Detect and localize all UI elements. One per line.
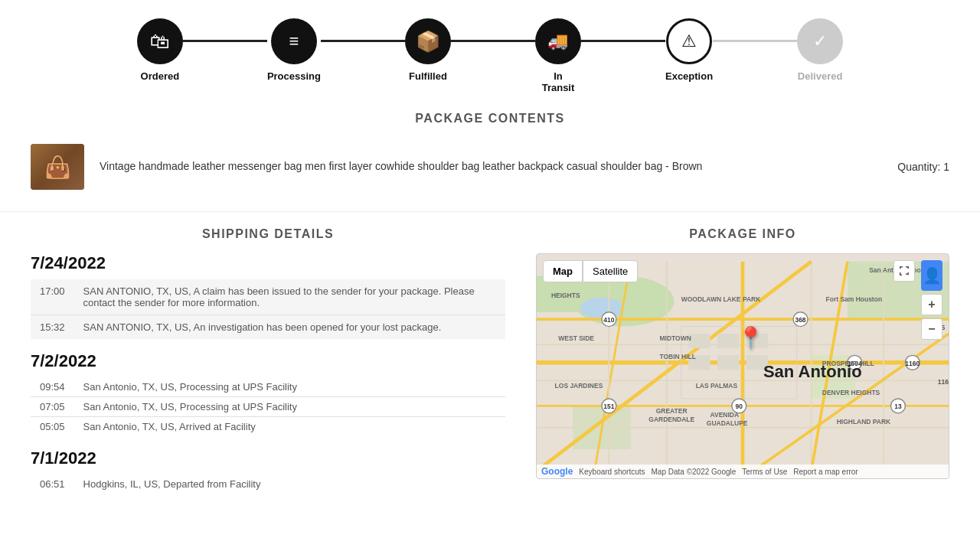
svg-text:HEIGHTS: HEIGHTS <box>551 292 580 299</box>
package-quantity: Quantity: 1 <box>897 161 949 173</box>
map-controls: 👤 + − <box>921 260 942 340</box>
map-data: Map Data ©2022 Google <box>652 468 737 476</box>
in-transit-label: InTransit <box>542 70 575 93</box>
package-contents-section: PACKAGE CONTENTS Vintage handmade leathe… <box>0 112 980 212</box>
step-in-transit: 🚚 InTransit <box>535 18 581 93</box>
connector-5 <box>713 40 797 42</box>
processing-label: Processing <box>267 70 321 82</box>
map-background: 410 368 1604 90 151 13 1160 HEIGHTS WEST… <box>537 254 949 478</box>
exception-icon: ⚠ <box>666 18 712 64</box>
event-row: 06:51 Hodgkins, IL, US, Departed from Fa… <box>31 474 505 494</box>
delivered-label: Delivered <box>798 70 843 82</box>
svg-text:13: 13 <box>894 403 902 410</box>
quantity-label: Quantity: <box>897 161 940 173</box>
svg-text:HIGHLAND PARK: HIGHLAND PARK <box>837 418 891 425</box>
exception-label: Exception <box>665 70 713 82</box>
package-info-title: PACKAGE INFO <box>536 227 949 241</box>
events-table-3: 06:51 Hodgkins, IL, US, Departed from Fa… <box>31 474 505 494</box>
date-group-3: 7/1/2022 06:51 Hodgkins, IL, US, Departe… <box>31 448 505 494</box>
map-city-label: San Antonio <box>763 362 862 382</box>
event-time: 17:00 <box>31 279 74 315</box>
connector-1 <box>183 40 267 42</box>
event-time: 09:54 <box>31 377 74 397</box>
event-description: Hodgkins, IL, US, Departed from Facility <box>74 474 505 494</box>
svg-text:MIDTOWN: MIDTOWN <box>659 334 691 342</box>
ordered-icon: 🛍 <box>137 18 183 64</box>
google-logo: Google <box>541 466 573 477</box>
terms-of-use[interactable]: Terms of Use <box>742 468 787 476</box>
svg-text:AVENIDA: AVENIDA <box>710 411 740 419</box>
map-type-satellite-button[interactable]: Satellite <box>583 260 638 282</box>
svg-text:368: 368 <box>795 316 805 324</box>
package-item: Vintage handmade leather messenger bag m… <box>31 138 949 196</box>
event-row: 05:05 San Antonio, TX, US, Arrived at Fa… <box>31 417 505 437</box>
shipping-details-title: SHIPPING DETAILS <box>31 227 505 241</box>
processing-icon: ≡ <box>271 18 317 64</box>
map-type-map-button[interactable]: Map <box>543 260 583 282</box>
steps-bar: 🛍 Ordered ≡ Processing 📦 Fulfilled 🚚 InT… <box>0 0 980 106</box>
date-heading-1: 7/24/2022 <box>31 253 505 273</box>
svg-text:LOS JARDINES: LOS JARDINES <box>555 382 603 390</box>
svg-text:410: 410 <box>603 316 614 324</box>
svg-text:GUADALUPE: GUADALUPE <box>707 419 748 427</box>
date-heading-2: 7/2/2022 <box>31 351 505 371</box>
event-row: 17:00 SAN ANTONIO, TX, US, A claim has b… <box>31 279 505 315</box>
map-type-buttons: Map Satellite <box>543 260 638 282</box>
event-description: San Antonio, TX, US, Processing at UPS F… <box>74 397 505 417</box>
delivered-icon: ✓ <box>797 18 843 64</box>
zoom-in-button[interactable]: + <box>921 294 942 315</box>
svg-text:TOBIN HILL: TOBIN HILL <box>659 353 695 360</box>
event-row: 09:54 San Antonio, TX, US, Processing at… <box>31 377 505 397</box>
step-exception: ⚠ Exception <box>665 18 713 82</box>
svg-text:LAS PALMAS: LAS PALMAS <box>696 382 738 390</box>
step-ordered: 🛍 Ordered <box>137 18 183 82</box>
step-delivered: ✓ Delivered <box>797 18 843 82</box>
zoom-out-button[interactable]: − <box>921 318 942 340</box>
ordered-label: Ordered <box>141 70 180 82</box>
package-contents-title: PACKAGE CONTENTS <box>31 112 949 126</box>
date-group-1: 7/24/2022 17:00 SAN ANTONIO, TX, US, A c… <box>31 253 505 339</box>
shipping-details-panel: SHIPPING DETAILS 7/24/2022 17:00 SAN ANT… <box>31 227 505 506</box>
event-time: 15:32 <box>31 315 74 340</box>
svg-text:90: 90 <box>736 403 743 410</box>
quantity-value: 1 <box>943 161 949 173</box>
package-description: Vintage handmade leather messenger bag m… <box>100 159 882 174</box>
event-description: SAN ANTONIO, TX, US, A claim has been is… <box>74 279 505 315</box>
fulfilled-icon: 📦 <box>405 18 451 64</box>
svg-rect-24 <box>717 334 739 348</box>
step-processing: ≡ Processing <box>267 18 321 82</box>
events-table-2: 09:54 San Antonio, TX, US, Processing at… <box>31 377 505 436</box>
in-transit-icon: 🚚 <box>535 18 581 64</box>
svg-text:DENVER HEIGHTS: DENVER HEIGHTS <box>822 389 880 396</box>
svg-text:GREATER: GREATER <box>656 407 688 415</box>
fullscreen-icon <box>899 266 910 276</box>
svg-text:1160: 1160 <box>905 360 920 367</box>
map-location-pin: 📍 <box>737 325 764 350</box>
report-map-error[interactable]: Report a map error <box>793 468 858 476</box>
svg-point-6 <box>580 298 624 319</box>
connector-4 <box>581 40 665 42</box>
event-row: 07:05 San Antonio, TX, US, Processing at… <box>31 397 505 417</box>
package-image <box>31 144 84 190</box>
svg-rect-27 <box>717 355 739 370</box>
fullscreen-button[interactable] <box>893 260 915 282</box>
svg-text:Fort Sam Houston: Fort Sam Houston <box>826 295 883 303</box>
svg-text:WEST SIDE: WEST SIDE <box>558 334 594 342</box>
bottom-section: SHIPPING DETAILS 7/24/2022 17:00 SAN ANT… <box>0 212 980 521</box>
street-view-icon[interactable]: 👤 <box>921 260 942 291</box>
svg-rect-23 <box>688 334 710 348</box>
date-heading-3: 7/1/2022 <box>31 448 505 468</box>
date-group-2: 7/2/2022 09:54 San Antonio, TX, US, Proc… <box>31 351 505 436</box>
svg-text:WOODLAWN LAKE PARK: WOODLAWN LAKE PARK <box>681 295 761 303</box>
map-container: 410 368 1604 90 151 13 1160 HEIGHTS WEST… <box>536 253 949 479</box>
svg-text:1160: 1160 <box>938 378 949 386</box>
event-row: 15:32 SAN ANTONIO, TX, US, An investigat… <box>31 315 505 340</box>
event-description: San Antonio, TX, US, Processing at UPS F… <box>74 377 505 397</box>
event-time: 06:51 <box>31 474 74 494</box>
event-description: San Antonio, TX, US, Arrived at Facility <box>74 417 505 437</box>
fulfilled-label: Fulfilled <box>409 70 447 82</box>
keyboard-shortcuts[interactable]: Keyboard shortcuts <box>579 468 645 476</box>
map-fullscreen-area <box>893 260 915 282</box>
connector-3 <box>451 40 535 42</box>
map-footer: Google Keyboard shortcuts Map Data ©2022… <box>537 465 949 478</box>
